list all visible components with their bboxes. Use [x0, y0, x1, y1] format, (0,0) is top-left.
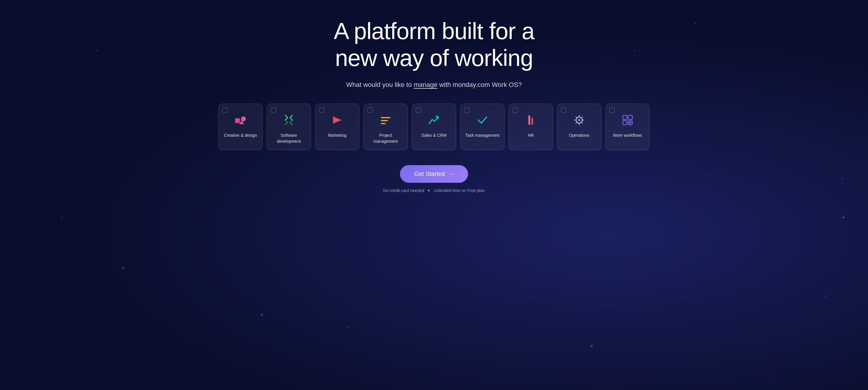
label-creative-design: Creative & design: [224, 133, 257, 138]
checkbox-more-workflows[interactable]: [609, 107, 615, 113]
category-cards-row: Creative & design Software development M…: [218, 104, 650, 150]
label-software-development: Software development: [271, 133, 306, 144]
checkbox-hr[interactable]: [513, 107, 518, 113]
card-sales-crm[interactable]: Sales & CRM: [412, 104, 456, 150]
get-started-button[interactable]: Get Started →: [400, 165, 468, 183]
svg-rect-20: [623, 115, 627, 120]
icon-software-development: [281, 112, 297, 128]
checkbox-creative-design[interactable]: [222, 107, 227, 113]
svg-line-16: [576, 117, 577, 118]
svg-line-18: [582, 117, 583, 118]
label-task-management: Task management: [465, 133, 499, 138]
card-marketing[interactable]: Marketing: [315, 104, 359, 150]
label-sales-crm: Sales & CRM: [422, 133, 446, 138]
svg-rect-0: [235, 118, 240, 123]
checkbox-operations[interactable]: [561, 107, 566, 113]
icon-sales-crm: [426, 112, 442, 128]
svg-line-19: [576, 123, 577, 124]
card-project-management[interactable]: Project management: [364, 104, 408, 150]
svg-line-17: [582, 123, 583, 124]
card-creative-design[interactable]: Creative & design: [218, 104, 262, 150]
icon-operations: [571, 112, 587, 128]
label-operations: Operations: [569, 133, 589, 138]
card-task-management[interactable]: Task management: [460, 104, 504, 150]
icon-more-workflows: [620, 112, 635, 128]
svg-rect-9: [531, 118, 533, 125]
cta-section: Get Started → No credit card needed ✦ Un…: [383, 165, 485, 193]
svg-rect-21: [628, 115, 632, 120]
label-more-workflows: More workflows: [613, 133, 642, 138]
icon-hr: [523, 112, 538, 128]
card-software-development[interactable]: Software development: [267, 104, 311, 150]
svg-point-11: [578, 119, 580, 121]
svg-rect-8: [528, 115, 530, 125]
icon-creative-design: [233, 112, 248, 128]
icon-project-management: [378, 112, 393, 128]
card-more-workflows[interactable]: More workflows: [606, 104, 650, 150]
main-headline: A platform built for a new way of workin…: [334, 18, 534, 71]
icon-task-management: [475, 112, 490, 128]
label-hr: HR: [528, 133, 534, 138]
card-operations[interactable]: Operations: [557, 104, 601, 150]
checkbox-task-management[interactable]: [464, 107, 469, 113]
svg-rect-22: [623, 121, 627, 125]
icon-marketing: [330, 112, 345, 128]
checkbox-marketing[interactable]: [319, 107, 324, 113]
label-marketing: Marketing: [328, 133, 346, 138]
main-container: A platform built for a new way of workin…: [0, 0, 868, 390]
checkbox-project-management[interactable]: [367, 107, 373, 113]
arrow-icon: →: [448, 170, 454, 177]
card-hr[interactable]: HR: [509, 104, 553, 150]
checkbox-sales-crm[interactable]: [416, 107, 421, 113]
checkbox-software-development[interactable]: [271, 107, 276, 113]
label-project-management: Project management: [368, 133, 403, 144]
subtitle: What would you like to manage with monda…: [346, 81, 522, 89]
footer-text: No credit card needed ✦ Unlimited time o…: [383, 188, 485, 193]
